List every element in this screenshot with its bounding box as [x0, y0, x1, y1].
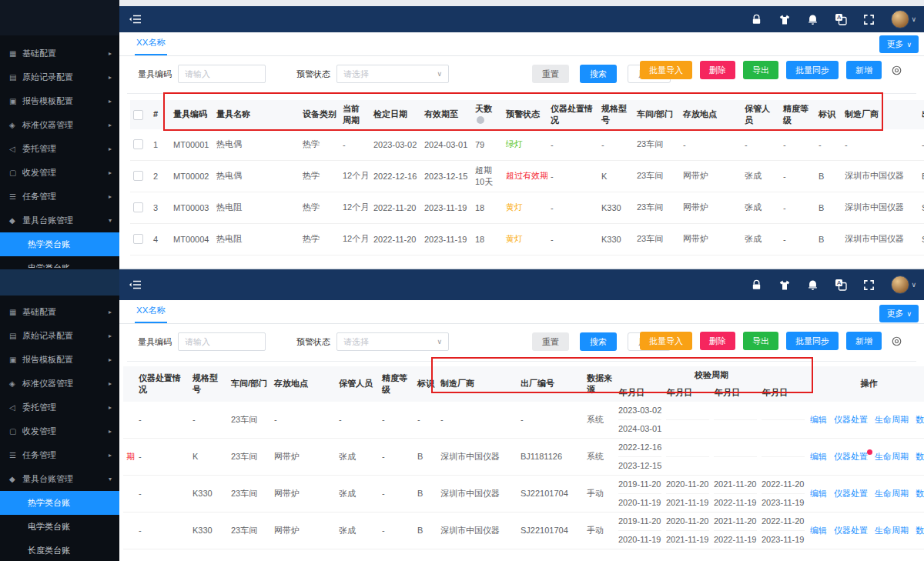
sidebar-item-length-ledger[interactable]: 长度类台账	[0, 539, 119, 561]
status-badge: 绿灯	[503, 129, 547, 161]
add-button[interactable]: 新增	[846, 61, 882, 79]
reset-button[interactable]: 重置	[532, 332, 569, 351]
lifecycle-link[interactable]: 生命周期	[875, 526, 909, 535]
gauge-table-scrolled: 仪器处置情况 规格型号 车间/部门 存放地点 保管人员 精度等级 标识 制造厂商…	[123, 366, 924, 549]
lifecycle-link[interactable]: 生命周期	[875, 415, 909, 424]
bell-icon[interactable]	[807, 14, 819, 25]
sidebar-item-report-template[interactable]: ▣报告模板配置▸	[0, 348, 119, 372]
search-button[interactable]: 搜索	[580, 65, 617, 83]
sidebar-item-send-receive[interactable]: ▢收发管理▸	[0, 419, 119, 443]
data-sync-link[interactable]: 数据同步	[916, 452, 924, 461]
settings-gear-icon[interactable]	[891, 336, 902, 347]
instrument-disposal-link[interactable]: 仪器处置	[834, 489, 868, 498]
data-sync-link[interactable]: 数据同步	[916, 526, 924, 535]
fullscreen-icon[interactable]	[863, 14, 875, 25]
sidebar-item-thermal-ledger[interactable]: 热学类台账	[0, 491, 119, 515]
sidebar-item-raw-record[interactable]: ▤原始记录配置▸	[0, 324, 119, 348]
instrument-icon: ◈	[9, 121, 22, 129]
row-checkbox[interactable]	[133, 139, 143, 149]
bell-icon[interactable]	[807, 279, 819, 291]
menu-fold-icon[interactable]	[129, 279, 142, 290]
gauge-ledger-icon: ◆	[9, 475, 22, 483]
add-button[interactable]: 新增	[846, 332, 882, 350]
avatar[interactable]: ∨	[891, 275, 916, 294]
tab-bar: XX名称	[119, 300, 924, 324]
lifecycle-link[interactable]: 生命周期	[875, 489, 909, 498]
code-filter-input[interactable]	[178, 332, 266, 351]
tab-xx-name[interactable]: XX名称	[135, 305, 167, 323]
sidebar-logo	[0, 0, 119, 35]
tshirt-icon[interactable]	[778, 279, 791, 291]
select-all-checkbox[interactable]	[133, 110, 143, 120]
status-filter-select[interactable]: 请选择∨	[336, 65, 449, 83]
lock-icon[interactable]	[751, 279, 762, 291]
tshirt-icon[interactable]	[778, 14, 791, 25]
sidebar-item-base-config[interactable]: ▦基础配置▸	[0, 42, 119, 65]
translate-icon[interactable]: A	[835, 13, 847, 25]
chevron-right-icon: ▸	[109, 332, 112, 339]
tab-xx-name[interactable]: XX名称	[135, 37, 167, 55]
row-actions: 编辑仪器处置生命周期数据同步	[807, 438, 924, 475]
chevron-down-icon: ∨	[911, 15, 916, 23]
col-name: 量具名称	[213, 100, 300, 129]
batch-import-button[interactable]: 批量导入	[640, 332, 692, 350]
translate-icon[interactable]: A	[835, 279, 847, 291]
task-icon: ☰	[9, 451, 22, 459]
col-days: 天数	[472, 100, 503, 129]
batch-import-button[interactable]: 批量导入	[640, 61, 692, 79]
lifecycle-link[interactable]: 生命周期	[875, 452, 909, 461]
row-checkbox[interactable]	[133, 234, 143, 244]
sidebar-item-electrical-ledger[interactable]: 电学类台账	[0, 515, 119, 539]
sidebar-item-task[interactable]: ☰任务管理▸	[0, 443, 119, 467]
sidebar-item-gauge-ledger[interactable]: ◆量具台账管理▾	[0, 209, 119, 232]
col-operations: 操作	[807, 366, 924, 402]
edit-link[interactable]: 编辑	[810, 415, 827, 424]
sidebar-item-send-receive[interactable]: ▢收发管理▸	[0, 161, 119, 185]
row-checkbox[interactable]	[133, 202, 143, 212]
sidebar-item-raw-record[interactable]: ▤原始记录配置▸	[0, 65, 119, 89]
sidebar-item-delegate[interactable]: ◁委托管理▸	[0, 396, 119, 419]
search-button[interactable]: 搜索	[580, 332, 617, 351]
sidebar: ▦基础配置▸ ▤原始记录配置▸ ▣报告模板配置▸ ◈标准仪器管理▸ ◁委托管理▸…	[0, 268, 119, 561]
lock-icon[interactable]	[751, 14, 762, 25]
delete-button[interactable]: 删除	[700, 61, 735, 79]
fullscreen-icon[interactable]	[863, 279, 875, 291]
export-button[interactable]: 导出	[743, 61, 778, 79]
sidebar-item-standard-instrument[interactable]: ◈标准仪器管理▸	[0, 372, 119, 396]
more-button[interactable]: 更多∨	[879, 305, 919, 322]
sidebar-item-base-config[interactable]: ▦基础配置▸	[0, 300, 119, 324]
info-icon[interactable]	[477, 116, 484, 124]
sidebar-item-electrical-ledger[interactable]: 电学类台账	[0, 256, 119, 268]
data-sync-link[interactable]: 数据同步	[916, 415, 924, 424]
batch-sync-button[interactable]: 批量同步	[786, 332, 839, 350]
edit-link[interactable]: 编辑	[810, 526, 827, 535]
row-checkbox[interactable]	[133, 171, 143, 181]
batch-sync-button[interactable]: 批量同步	[786, 61, 839, 79]
col-serial: 出厂编号	[919, 100, 924, 129]
sidebar-item-gauge-ledger[interactable]: ◆量具台账管理▾	[0, 467, 119, 491]
more-button[interactable]: 更多∨	[879, 35, 919, 53]
settings-gear-icon[interactable]	[891, 65, 902, 76]
edit-link[interactable]: 编辑	[810, 452, 827, 461]
sidebar-item-delegate[interactable]: ◁委托管理▸	[0, 137, 119, 161]
status-badge: 超过有效期	[503, 160, 547, 192]
code-filter-input[interactable]	[178, 65, 266, 83]
instrument-disposal-link[interactable]: 仪器处置	[834, 452, 868, 461]
avatar[interactable]: ∨	[891, 10, 916, 28]
sidebar-item-standard-instrument[interactable]: ◈标准仪器管理▸	[0, 113, 119, 137]
sidebar-item-thermal-ledger[interactable]: 热学类台账	[0, 232, 119, 256]
instrument-disposal-link[interactable]: 仪器处置	[834, 526, 868, 535]
sidebar-item-task[interactable]: ☰任务管理▸	[0, 185, 119, 209]
export-button[interactable]: 导出	[743, 332, 778, 350]
row-actions: 编辑仪器处置生命周期数据同步	[807, 475, 924, 512]
divider	[127, 93, 916, 94]
menu-fold-icon[interactable]	[129, 14, 142, 25]
sidebar-item-report-template[interactable]: ▣报告模板配置▸	[0, 89, 119, 113]
instrument-disposal-link[interactable]: 仪器处置	[834, 415, 868, 424]
edit-link[interactable]: 编辑	[810, 489, 827, 498]
delete-button[interactable]: 删除	[700, 332, 735, 350]
reset-button[interactable]: 重置	[532, 65, 569, 83]
status-badge: 黄灯	[503, 192, 547, 223]
status-filter-select[interactable]: 请选择∨	[336, 332, 449, 351]
data-sync-link[interactable]: 数据同步	[916, 489, 924, 498]
